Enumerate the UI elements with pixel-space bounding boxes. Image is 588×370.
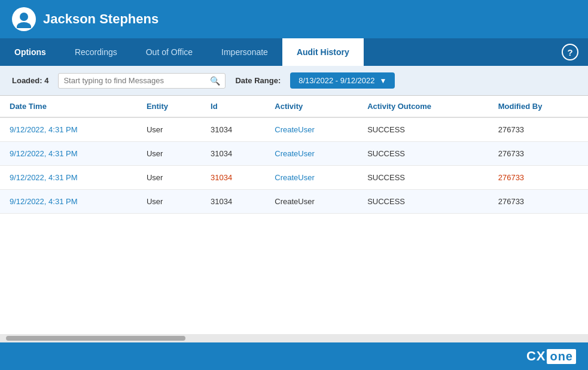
audit-table: Date Time Entity Id Activity Activity Ou…: [0, 96, 588, 214]
table-row: 9/12/2022, 4:31 PMUser31034CreateUserSUC…: [0, 166, 588, 190]
date-range-value: 8/13/2022 - 9/12/2022: [298, 76, 374, 85]
date-range-button[interactable]: 8/13/2022 - 9/12/2022 ▼: [290, 72, 395, 89]
col-activity-outcome: Activity Outcome: [358, 96, 489, 117]
main-content: Loaded: 4 🔍 Date Range: 8/13/2022 - 9/12…: [0, 66, 588, 342]
table-cell: User: [137, 166, 201, 190]
table-cell: CreateUser: [265, 190, 358, 214]
table-cell[interactable]: CreateUser: [265, 166, 358, 190]
table-cell: User: [137, 142, 201, 166]
table-cell: 31034: [201, 142, 265, 166]
tab-audit-history[interactable]: Audit History: [282, 38, 364, 66]
table-body: 9/12/2022, 4:31 PMUser31034CreateUserSUC…: [0, 117, 588, 214]
date-range-label: Date Range:: [235, 76, 281, 85]
table-cell: SUCCESS: [358, 166, 489, 190]
table-cell[interactable]: 9/12/2022, 4:31 PM: [0, 166, 137, 190]
svg-point-0: [20, 13, 28, 21]
audit-table-container: Date Time Entity Id Activity Activity Ou…: [0, 96, 588, 334]
avatar: [12, 7, 36, 31]
chevron-down-icon: ▼: [380, 77, 387, 85]
table-row: 9/12/2022, 4:31 PMUser31034CreateUserSUC…: [0, 117, 588, 142]
table-cell[interactable]: 9/12/2022, 4:31 PM: [0, 117, 137, 142]
loaded-count: 4: [44, 76, 48, 85]
table-cell: 31034: [201, 117, 265, 142]
help-icon[interactable]: ?: [562, 44, 578, 60]
col-activity: Activity: [265, 96, 358, 117]
app-header: Jackson Stephens: [0, 0, 588, 38]
table-cell: User: [137, 190, 201, 214]
col-modified-by: Modified By: [489, 96, 588, 117]
tab-impersonate[interactable]: Impersonate: [207, 38, 282, 66]
tab-recordings[interactable]: Recordings: [60, 38, 132, 66]
table-cell[interactable]: 9/12/2022, 4:31 PM: [0, 190, 137, 214]
search-wrapper: 🔍: [58, 73, 226, 89]
table-cell: SUCCESS: [358, 142, 489, 166]
nav-bar: Options Recordings Out of Office Imperso…: [0, 38, 588, 66]
svg-point-1: [17, 22, 31, 28]
tab-options[interactable]: Options: [0, 38, 60, 66]
search-input[interactable]: [63, 76, 206, 85]
table-cell: SUCCESS: [358, 117, 489, 142]
col-id: Id: [201, 96, 265, 117]
table-cell[interactable]: 276733: [489, 166, 588, 190]
table-cell: 276733: [489, 142, 588, 166]
table-header: Date Time Entity Id Activity Activity Ou…: [0, 96, 588, 117]
help-area: ?: [562, 38, 588, 66]
scroll-indicator: [0, 334, 588, 342]
table-cell[interactable]: 9/12/2022, 4:31 PM: [0, 142, 137, 166]
table-row: 9/12/2022, 4:31 PMUser31034CreateUserSUC…: [0, 142, 588, 166]
table-cell: 276733: [489, 117, 588, 142]
table-cell: SUCCESS: [358, 190, 489, 214]
loaded-label: Loaded: 4: [12, 76, 48, 85]
table-cell: User: [137, 117, 201, 142]
logo-one-text: one: [547, 349, 576, 364]
table-cell[interactable]: CreateUser: [265, 142, 358, 166]
search-icon: 🔍: [210, 76, 220, 86]
filter-bar: Loaded: 4 🔍 Date Range: 8/13/2022 - 9/12…: [0, 66, 588, 96]
tab-out-of-office[interactable]: Out of Office: [132, 38, 207, 66]
table-cell: 31034: [201, 190, 265, 214]
col-date-time: Date Time: [0, 96, 137, 117]
logo-cx-text: CX: [526, 348, 546, 364]
table-cell[interactable]: CreateUser: [265, 117, 358, 142]
table-cell: 276733: [489, 190, 588, 214]
table-row: 9/12/2022, 4:31 PMUser31034CreateUserSUC…: [0, 190, 588, 214]
footer: CX one: [0, 342, 588, 370]
table-cell[interactable]: 31034: [201, 166, 265, 190]
cxone-logo: CX one: [526, 348, 576, 364]
user-name: Jackson Stephens: [43, 11, 159, 27]
scroll-thumb: [6, 336, 185, 341]
col-entity: Entity: [137, 96, 201, 117]
